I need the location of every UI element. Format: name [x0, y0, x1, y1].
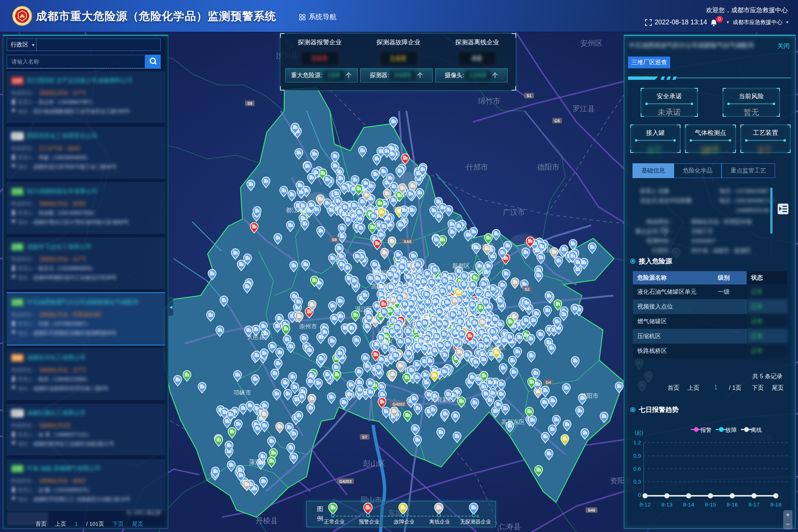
svg-text:德阳市: 德阳市 [537, 163, 559, 171]
svg-text:G4203: G4203 [339, 479, 351, 484]
svg-text:0.6: 0.6 [633, 466, 641, 472]
svg-text:大邑县: 大邑县 [247, 334, 265, 340]
svg-text:金堂县: 金堂县 [534, 247, 552, 253]
svg-text:S9: S9 [247, 101, 252, 106]
svg-text:龙泉驿区: 龙泉驿区 [482, 344, 506, 351]
svg-text:高新西区: 高新西区 [371, 283, 395, 290]
svg-text:广汉市: 广汉市 [503, 208, 525, 216]
svg-text:G4: G4 [546, 380, 552, 385]
svg-text:8-14: 8-14 [683, 501, 694, 508]
svg-text:8-12: 8-12 [640, 501, 651, 508]
svg-text:1.2: 1.2 [633, 439, 641, 446]
svg-text:新都区: 新都区 [452, 263, 470, 269]
svg-text:高新南区: 高新南区 [416, 339, 440, 345]
svg-text:彭山区: 彭山区 [363, 459, 385, 467]
svg-text:什邡市: 什邡市 [466, 163, 488, 171]
svg-text:郫都区: 郫都区 [372, 270, 390, 276]
svg-text:高新东区: 高新东区 [501, 419, 525, 425]
svg-text:S9: S9 [332, 238, 337, 242]
svg-text:S7: S7 [362, 435, 367, 439]
svg-text:都江堰市: 都江堰市 [286, 207, 310, 213]
svg-text:S2: S2 [525, 287, 529, 291]
svg-text:天府新区: 天府新区 [430, 396, 454, 403]
svg-text:罗江县: 罗江县 [573, 105, 595, 113]
svg-text:G5: G5 [555, 119, 560, 123]
svg-text:8-18: 8-18 [770, 501, 781, 508]
svg-text:8-13: 8-13 [661, 501, 672, 508]
svg-text:温江区: 温江区 [355, 306, 373, 312]
svg-text:8-15: 8-15 [705, 501, 716, 508]
svg-text:S40: S40 [588, 508, 595, 512]
svg-text:绵竹市: 绵竹市 [478, 97, 500, 105]
svg-text:0: 0 [638, 492, 641, 498]
svg-text:青白江区: 青白江区 [470, 243, 494, 250]
svg-text:蒲江县: 蒲江县 [249, 459, 267, 465]
svg-text:G4202: G4202 [392, 402, 405, 406]
svg-text:彭州市: 彭州市 [393, 206, 411, 212]
svg-text:安州区: 安州区 [580, 39, 603, 47]
svg-text:青羊区: 青羊区 [419, 313, 437, 319]
svg-text:邛崃市: 邛崃市 [233, 389, 251, 396]
svg-text:崇州市: 崇州市 [299, 323, 317, 330]
svg-text:双流区: 双流区 [376, 339, 393, 345]
svg-text:简阳市: 简阳市 [581, 393, 598, 399]
svg-text:XA0: XA0 [403, 239, 411, 244]
svg-text:0.3: 0.3 [633, 478, 641, 485]
svg-text:新津县: 新津县 [345, 393, 362, 399]
svg-text:仁寿县: 仁寿县 [498, 522, 521, 531]
svg-text:丹棱县: 丹棱县 [256, 516, 278, 525]
svg-text:S1: S1 [526, 93, 531, 98]
svg-text:8-16: 8-16 [727, 501, 738, 508]
svg-text:成华区: 成华区 [444, 306, 461, 312]
svg-text:8-17: 8-17 [748, 501, 760, 508]
svg-text:0.9: 0.9 [633, 453, 641, 459]
svg-text:武侯区: 武侯区 [400, 323, 418, 330]
